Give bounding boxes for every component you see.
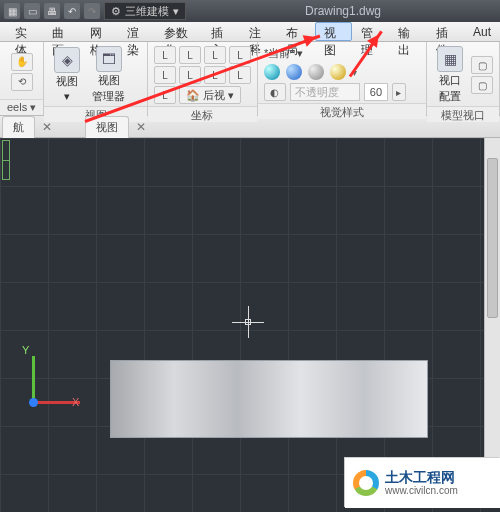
back-view-button[interactable]: 🏠 后视 ▾ xyxy=(179,86,241,104)
ucs-btn-5[interactable]: L xyxy=(154,66,176,84)
panel-visual-style: *当前* ▾ ▾ ◐ 不透明度 60 ▸ 视觉样式 xyxy=(258,42,427,115)
opacity-icon[interactable]: ◐ xyxy=(264,83,286,101)
workspace-label: 三维建模 xyxy=(125,4,169,19)
gear-icon: ⚙ xyxy=(111,5,121,18)
new-icon[interactable]: ▦ xyxy=(4,3,20,19)
ribbon-tab-1[interactable]: 曲面 xyxy=(43,22,80,41)
ucs-z-axis xyxy=(29,398,38,407)
ribbon-tab-2[interactable]: 网格 xyxy=(81,22,118,41)
ribbon-tabs: 实体曲面网格渲染参数化插入注释布局视图管理输出插件Aut xyxy=(0,22,500,42)
chevron-down-icon: ▾ xyxy=(228,89,234,102)
view-manager-button[interactable]: 🗔 视图 管理器 xyxy=(88,46,129,104)
view-icon: ◈ xyxy=(54,47,80,73)
close-icon[interactable]: ✕ xyxy=(133,119,149,135)
back-view-label: 后视 xyxy=(203,88,225,103)
watermark-url: www.civilcn.com xyxy=(385,485,458,496)
opacity-input[interactable]: 不透明度 xyxy=(290,83,360,101)
view-manager-icon: 🗔 xyxy=(96,46,122,72)
ribbon-tab-0[interactable]: 实体 xyxy=(6,22,43,41)
ribbon-tab-11[interactable]: 插件 xyxy=(427,22,464,41)
grid xyxy=(0,138,500,512)
view-manager-label2: 管理器 xyxy=(92,89,125,104)
style-sphere-2[interactable] xyxy=(286,64,302,80)
ribbon-tab-10[interactable]: 输出 xyxy=(389,22,426,41)
view-button-label: 视图 xyxy=(56,74,78,89)
solid-box-object[interactable] xyxy=(110,360,428,438)
vertical-scrollbar[interactable] xyxy=(484,138,500,458)
panel-coord-title: 坐标 xyxy=(148,106,257,122)
ribbon-tab-4[interactable]: 参数化 xyxy=(155,22,202,41)
panel-style-title: 视觉样式 xyxy=(258,103,426,119)
open-icon[interactable]: ▭ xyxy=(24,3,40,19)
title-bar: ▦ ▭ 🖶 ↶ ↷ ⚙ 三维建模 ▾ Drawing1.dwg xyxy=(0,0,500,22)
view-manager-label1: 视图 xyxy=(98,73,120,88)
opacity-stepper[interactable]: ▸ xyxy=(392,83,406,101)
document-title: Drawing1.dwg xyxy=(305,4,381,18)
ucs-y-axis xyxy=(32,356,35,404)
close-icon[interactable]: ✕ xyxy=(39,119,55,135)
scrollbar-thumb[interactable] xyxy=(487,158,498,318)
vp-small-2[interactable]: ▢ xyxy=(471,76,493,94)
ucs-y-label: Y xyxy=(22,344,29,356)
pan-button[interactable]: ✋ xyxy=(11,53,33,71)
ucs-x-label: X xyxy=(72,396,79,408)
viewport-config-button[interactable]: ▦ 视口 配置 xyxy=(433,46,467,104)
style-sphere-1[interactable] xyxy=(264,64,280,80)
panel-navigate: ✋ ⟲ eels ▾ xyxy=(0,42,44,115)
opacity-value[interactable]: 60 xyxy=(364,83,388,101)
ribbon-tab-6[interactable]: 注释 xyxy=(240,22,277,41)
ribbon-tab-3[interactable]: 渲染 xyxy=(118,22,155,41)
orbit-button[interactable]: ⟲ xyxy=(11,73,33,91)
viewport-icon: ▦ xyxy=(437,46,463,72)
workspace-selector[interactable]: ⚙ 三维建模 ▾ xyxy=(104,2,186,20)
home-icon: 🏠 xyxy=(186,89,200,102)
ucs-btn-3[interactable]: L xyxy=(204,46,226,64)
style-sphere-4[interactable] xyxy=(330,64,346,80)
chevron-down-icon: ▾ xyxy=(64,90,70,103)
view-button[interactable]: ◈ 视图 ▾ xyxy=(50,47,84,103)
opacity-placeholder: 不透明度 xyxy=(295,85,339,100)
watermark-name: 土木工程网 xyxy=(385,470,458,485)
ucs-btn-2[interactable]: L xyxy=(179,46,201,64)
watermark: 土木工程网 www.civilcn.com xyxy=(345,458,500,508)
panel-nav-title: eels ▾ xyxy=(0,99,43,115)
ribbon-tab-12[interactable]: Aut xyxy=(464,22,500,41)
redo-icon[interactable]: ↷ xyxy=(84,3,100,19)
chevron-down-icon: ▾ xyxy=(297,47,303,60)
viewport-label2: 配置 xyxy=(439,89,461,104)
viewport-label1: 视口 xyxy=(439,73,461,88)
save-icon[interactable]: 🖶 xyxy=(44,3,60,19)
panel-viewport: ▦ 视口 配置 ▢ ▢ 模型视口 xyxy=(427,42,500,115)
chevron-down-icon: ▾ xyxy=(173,5,179,18)
drawing-canvas[interactable]: Y X xyxy=(0,138,500,512)
watermark-logo-icon xyxy=(353,470,379,496)
ribbon: ✋ ⟲ eels ▾ ◈ 视图 ▾ 🗔 视图 管理器 视图 L L xyxy=(0,42,500,116)
style-sphere-3[interactable] xyxy=(308,64,324,80)
ucs-gizmo[interactable]: Y X xyxy=(12,344,82,414)
undo-icon[interactable]: ↶ xyxy=(64,3,80,19)
vp-small-1[interactable]: ▢ xyxy=(471,56,493,74)
ucs-btn-1[interactable]: L xyxy=(154,46,176,64)
orbit-icon: ⟲ xyxy=(18,76,26,87)
viewport-control[interactable] xyxy=(2,140,10,180)
dock-tab-nav[interactable]: 航 xyxy=(2,116,35,138)
hand-icon: ✋ xyxy=(16,56,28,67)
ribbon-tab-5[interactable]: 插入 xyxy=(202,22,239,41)
panel-viewport-title: 模型视口 xyxy=(427,106,499,122)
